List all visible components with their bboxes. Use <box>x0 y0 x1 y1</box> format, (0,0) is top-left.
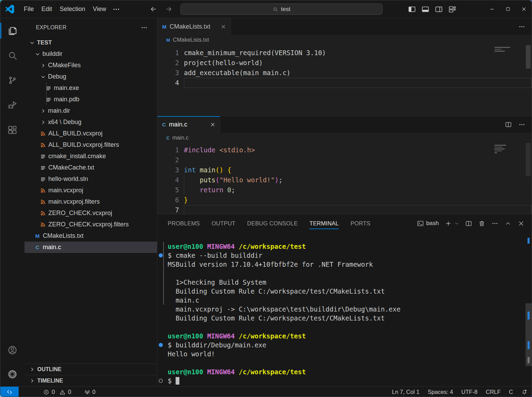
menu-selection[interactable]: Selection <box>56 0 89 18</box>
tree-item-builddir[interactable]: builddir <box>24 48 157 60</box>
panel-tab-terminal[interactable]: TERMINAL <box>309 214 339 232</box>
code-line: 5 return 0; <box>157 185 532 195</box>
tree-item-cmakefiles[interactable]: CMakeFiles <box>24 60 157 71</box>
code-editor-main-c[interactable]: 1#include <stdio.h>23int main() {4 puts(… <box>157 143 532 214</box>
menu-edit[interactable]: Edit <box>38 0 56 18</box>
tab-cmakelists[interactable]: M CMakeLists.txt <box>157 18 231 35</box>
code-text: int main() { <box>184 165 532 175</box>
panel-tab-output[interactable]: OUTPUT <box>211 214 235 232</box>
tree-item-main-vcxproj-filters[interactable]: main.vcxproj.filters <box>24 196 157 207</box>
tree-item-zero-check-vcxproj[interactable]: ZERO_CHECK.vcxproj <box>24 207 157 219</box>
tab-main-c[interactable]: C main.c <box>157 116 220 133</box>
notifications-button[interactable] <box>517 387 532 397</box>
tree-item-label: main.exe <box>54 84 79 92</box>
tree-item-label: ALL_BUILD.vcxproj <box>48 130 102 137</box>
toggle-secondary-sidebar-icon[interactable] <box>435 5 443 13</box>
terminal-line: user@n100 MINGW64 /c/workspace/test <box>168 332 523 340</box>
status-indentation[interactable]: Spaces: 4 <box>424 387 457 397</box>
activity-item-extensions[interactable] <box>0 118 24 142</box>
status-eol[interactable]: CRLF <box>482 387 505 397</box>
menu-file[interactable]: File <box>20 0 38 18</box>
terminal-view[interactable]: user@n100 MINGW64 /c/workspace/test$ cma… <box>157 232 532 386</box>
editor-scrollbar[interactable] <box>526 143 531 176</box>
menu-view[interactable]: View <box>89 0 110 18</box>
split-editor-icon[interactable] <box>505 121 512 128</box>
terminal-scrollbar[interactable] <box>525 232 532 386</box>
panel-tab-debug-console[interactable]: DEBUG CONSOLE <box>247 214 298 232</box>
tree-item-main-vcxproj[interactable]: main.vcxproj <box>24 185 157 196</box>
activity-item-explorer[interactable] <box>0 18 24 43</box>
command-success-decoration[interactable] <box>159 253 163 257</box>
back-arrow-icon[interactable] <box>149 5 157 13</box>
activity-item-source-control[interactable] <box>0 68 24 93</box>
tree-item-x64-debug[interactable]: x64 \ Debug <box>24 116 157 128</box>
history-navigation <box>149 0 173 18</box>
tree-item-test[interactable]: TEST <box>24 37 157 48</box>
editor-scrollbar[interactable] <box>526 45 531 69</box>
status-language-mode[interactable]: C <box>505 387 517 397</box>
explorer-more-actions-icon[interactable] <box>140 24 148 31</box>
terminal-profile[interactable]: bash <box>417 220 439 227</box>
customize-layout-icon[interactable] <box>448 5 456 13</box>
command-center-search[interactable]: test <box>180 3 383 15</box>
forward-arrow-icon[interactable] <box>165 5 173 13</box>
tree-item-zero-check-vcxproj-filters[interactable]: ZERO_CHECK.vcxproj.filters <box>24 219 157 230</box>
code-editor-cmakelists[interactable]: 1cmake_minimum_required(VERSION 3.10)2pr… <box>157 45 532 116</box>
close-panel-icon[interactable] <box>518 220 525 227</box>
terminal-line: main.vcxproj -> C:\workspace\test\buildd… <box>168 305 523 314</box>
tree-item-cmake-install-cmake[interactable]: cmake_install.cmake <box>24 151 157 162</box>
status-cursor-position[interactable]: Ln 7, Col 1 <box>388 387 424 397</box>
toggle-primary-sidebar-icon[interactable] <box>408 5 416 13</box>
panel-more-actions-icon[interactable] <box>491 220 499 227</box>
minimize-button[interactable] <box>484 0 500 18</box>
problems-status[interactable]: 0 0 <box>40 387 76 397</box>
ports-status[interactable]: 0 <box>81 387 98 397</box>
activity-item-accounts[interactable] <box>0 338 24 362</box>
breadcrumb[interactable]: M CMakeLists.txt <box>157 35 532 45</box>
file-file-icon <box>40 153 46 159</box>
tree-item-hello-world-sln[interactable]: hello-world.sln <box>24 173 157 185</box>
maximize-panel-icon[interactable] <box>504 220 512 227</box>
terminal-dropdown-chevron-icon[interactable] <box>454 221 459 226</box>
tree-item-main-exe[interactable]: main.exe <box>24 82 157 94</box>
tree-item-all-build-vcxproj[interactable]: ALL_BUILD.vcxproj <box>24 128 157 139</box>
close-window-button[interactable] <box>516 0 532 18</box>
remote-indicator[interactable] <box>0 387 19 397</box>
tab-close-icon[interactable] <box>220 24 226 30</box>
breadcrumb[interactable]: C main.c <box>157 133 532 143</box>
tree-item-cmakecache-txt[interactable]: CMakeCache.txt <box>24 162 157 173</box>
editor-actions-bottom <box>505 116 532 133</box>
tree-item-debug[interactable]: Debug <box>24 71 157 82</box>
section-outline[interactable]: OUTLINE <box>24 364 157 375</box>
menu-overflow-button[interactable] <box>112 5 120 13</box>
section-timeline[interactable]: TIMELINE <box>24 375 157 386</box>
panel-tab-ports[interactable]: PORTS <box>351 214 371 232</box>
command-pending-decoration[interactable] <box>159 379 163 383</box>
tab-close-icon[interactable] <box>210 122 216 128</box>
toggle-panel-icon[interactable] <box>421 5 430 13</box>
activity-item-run-and-debug[interactable] <box>0 93 24 118</box>
new-terminal-icon[interactable] <box>445 220 452 227</box>
tree-item-main-dir[interactable]: main.dir <box>24 105 157 116</box>
panel-tab-problems[interactable]: PROBLEMS <box>168 214 200 232</box>
tree-item-main-c[interactable]: Cmain.c <box>24 242 157 253</box>
more-actions-icon[interactable] <box>518 23 525 30</box>
activity-item-settings[interactable] <box>0 362 24 386</box>
more-actions-icon[interactable] <box>518 121 525 128</box>
command-success-decoration[interactable] <box>159 343 163 347</box>
maximize-button[interactable] <box>500 0 516 18</box>
minimap[interactable] <box>494 47 525 53</box>
indent-guide <box>184 175 184 195</box>
chevron-right-icon <box>29 378 35 384</box>
tree-item-all-build-vcxproj-filters[interactable]: ALL_BUILD.vcxproj.filters <box>24 139 157 151</box>
minimap[interactable] <box>494 145 525 154</box>
activity-item-search[interactable] <box>0 43 24 68</box>
status-encoding[interactable]: UTF-8 <box>457 387 482 397</box>
tree-item-main-pdb[interactable]: main.pdb <box>24 94 157 105</box>
split-terminal-icon[interactable] <box>465 220 472 227</box>
activity-bar <box>0 18 24 386</box>
breadcrumb-item: main.c <box>172 135 188 141</box>
tree-item-label: hello-world.sln <box>48 175 88 183</box>
tree-item-cmakelists-txt[interactable]: MCMakeLists.txt <box>24 230 157 242</box>
kill-terminal-icon[interactable] <box>478 220 485 227</box>
